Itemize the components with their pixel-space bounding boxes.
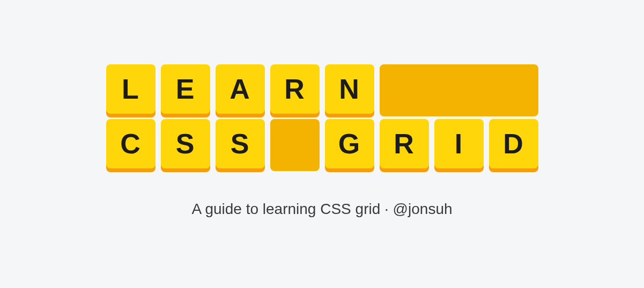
tile-G: G [325, 119, 374, 168]
tile-D: D [489, 119, 538, 168]
title-grid: L E A R N C S S G R I D [106, 64, 538, 168]
tile-L: L [106, 64, 156, 114]
tile-N: N [325, 64, 374, 114]
tile-S1: S [161, 119, 210, 168]
tile-A: A [216, 64, 265, 114]
tile-empty [270, 119, 320, 171]
tile-I: I [434, 119, 484, 168]
tile-S2: S [216, 119, 265, 168]
tile-C: C [106, 119, 156, 168]
tile-R: R [270, 64, 320, 114]
tile-empty-wide [380, 64, 538, 116]
author-link[interactable]: @jonsuh [393, 201, 453, 217]
tile-R2: R [380, 119, 429, 168]
tagline-separator: · [380, 201, 393, 217]
tile-E: E [161, 64, 210, 114]
tagline-text: A guide to learning CSS grid [191, 201, 380, 217]
tagline: A guide to learning CSS grid · @jonsuh [191, 201, 452, 218]
